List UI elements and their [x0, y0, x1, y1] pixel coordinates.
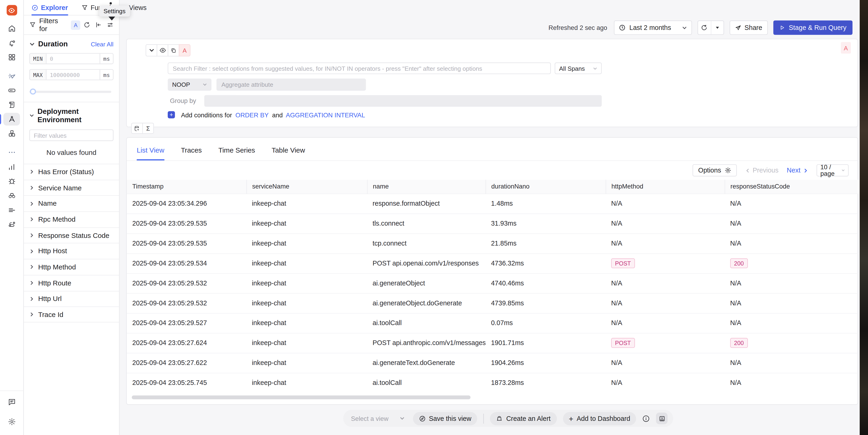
nav-more-icon[interactable] — [3, 146, 20, 159]
cell-timestamp[interactable]: 2025-09-04 23:05:34.296 — [127, 194, 246, 213]
collapse-panel-icon[interactable] — [95, 22, 102, 28]
col-service-name[interactable]: serviceName — [246, 180, 367, 194]
clear-all-link[interactable]: Clear All — [91, 41, 114, 47]
filter-attribute-item[interactable]: Name — [24, 196, 119, 211]
add-condition-button[interactable]: + — [168, 111, 175, 118]
cell-name[interactable]: response.formatObject — [367, 194, 485, 213]
next-page-button[interactable]: Next — [787, 166, 808, 174]
view-tab[interactable]: Table View — [272, 146, 305, 161]
cell-service[interactable]: inkeep-chat — [246, 313, 367, 333]
filter-attribute-item[interactable]: Http Method — [24, 259, 119, 275]
filter-attribute-item[interactable]: Http Url — [24, 291, 119, 306]
filter-attribute-item[interactable]: Trace Id — [24, 306, 119, 322]
view-tab[interactable]: List View — [137, 146, 164, 161]
view-tab[interactable]: Time Series — [218, 146, 255, 161]
table-row[interactable]: 2025-09-04 23:05:27.622 inkeep-chat ai.g… — [127, 353, 859, 373]
info-icon[interactable] — [643, 414, 650, 422]
add-to-dashboard-button[interactable]: + Add to Dashboard — [563, 412, 637, 425]
col-response-status[interactable]: responseStatusCode — [724, 180, 859, 194]
filter-attribute-item[interactable]: Response Status Code — [24, 227, 119, 243]
cell-duration[interactable]: 4739.85ms — [486, 293, 606, 313]
cell-timestamp[interactable]: 2025-09-04 23:05:29.532 — [127, 273, 246, 293]
aggregation-interval-link[interactable]: AGGREGATION INTERVAL — [286, 111, 365, 118]
table-row[interactable]: 2025-09-04 23:05:29.535 inkeep-chat tls.… — [127, 213, 859, 234]
order-by-link[interactable]: ORDER BY — [235, 111, 269, 118]
cell-duration[interactable]: 1901.71ms — [486, 333, 606, 353]
cell-service[interactable]: inkeep-chat — [246, 273, 367, 293]
cell-duration[interactable]: 0.07ms — [486, 313, 606, 333]
cell-timestamp[interactable]: 2025-09-04 23:05:29.534 — [127, 253, 246, 273]
cell-name[interactable]: ai.generateObject.doGenerate — [367, 293, 485, 313]
cell-service[interactable]: inkeep-chat — [246, 293, 367, 313]
nav-services-icon[interactable] — [3, 84, 20, 97]
query-builder-button[interactable] — [131, 123, 143, 134]
group-by-input[interactable] — [204, 95, 602, 107]
signoz-logo-icon[interactable] — [6, 5, 17, 15]
cell-timestamp[interactable]: 2025-09-04 23:05:29.535 — [127, 234, 246, 254]
aggregate-operator-select[interactable]: NOOP — [168, 78, 211, 91]
cell-name[interactable]: POST api.openai.com/v1/responses — [367, 253, 485, 273]
aggregate-attribute-input[interactable]: Aggregate attribute — [217, 78, 366, 91]
shortcut-panel-button[interactable] — [656, 412, 668, 424]
tab-explorer[interactable]: Explorer — [32, 0, 68, 15]
filter-attribute-item[interactable]: Rpc Method — [24, 211, 119, 227]
cell-duration[interactable]: 4736.32ms — [486, 253, 606, 273]
tab-views[interactable]: Views — [129, 0, 147, 15]
nav-logs-icon[interactable] — [3, 99, 20, 111]
nav-settings-icon[interactable] — [3, 415, 20, 428]
nav-home-icon[interactable] — [3, 22, 20, 35]
cell-status[interactable]: N/A — [724, 353, 859, 373]
duration-max-input[interactable]: 100000000 — [46, 70, 99, 80]
cell-name[interactable]: ai.toolCall — [367, 373, 485, 393]
table-row[interactable]: 2025-09-04 23:05:27.624 inkeep-chat POST… — [127, 333, 859, 353]
table-row[interactable]: 2025-09-04 23:05:29.534 inkeep-chat POST… — [127, 253, 859, 273]
filter-attribute-item[interactable]: Http Host — [24, 243, 119, 259]
table-row[interactable]: 2025-09-04 23:05:29.535 inkeep-chat tcp.… — [127, 234, 859, 254]
query-a-badge-right[interactable]: A — [841, 42, 851, 54]
cell-timestamp[interactable]: 2025-09-04 23:05:29.535 — [127, 213, 246, 234]
sync-icon[interactable] — [84, 22, 90, 28]
cell-name[interactable]: tcp.connect — [367, 234, 485, 254]
nav-exceptions-icon[interactable] — [3, 175, 20, 188]
cell-http-method[interactable]: N/A — [606, 194, 724, 213]
nav-alerts-icon[interactable] — [3, 36, 20, 49]
filter-attribute-item[interactable]: Service Name — [24, 179, 119, 195]
stage-run-query-button[interactable]: Stage & Run Query — [773, 21, 852, 35]
cell-name[interactable]: ai.toolCall — [367, 313, 485, 333]
nav-chat-icon[interactable] — [3, 395, 20, 408]
previous-page-button[interactable]: Previous — [745, 166, 779, 174]
cell-http-method[interactable]: POST — [606, 253, 724, 273]
table-row[interactable]: 2025-09-04 23:05:25.745 inkeep-chat ai.t… — [127, 373, 859, 393]
cell-status[interactable]: N/A — [724, 194, 859, 213]
cell-service[interactable]: inkeep-chat — [246, 373, 367, 393]
cell-http-method[interactable]: N/A — [606, 234, 724, 254]
filter-attribute-item[interactable]: Has Error (Status) — [24, 164, 119, 179]
table-row[interactable]: 2025-09-04 23:05:29.527 inkeep-chat ai.t… — [127, 313, 859, 333]
duration-slider[interactable] — [29, 88, 114, 95]
cell-service[interactable]: inkeep-chat — [246, 194, 367, 213]
col-duration[interactable]: durationNano — [486, 180, 606, 194]
formula-button[interactable]: Σ — [142, 123, 154, 134]
cell-http-method[interactable]: N/A — [606, 273, 724, 293]
cell-status[interactable]: 200 — [724, 333, 859, 353]
cell-http-method[interactable]: N/A — [606, 373, 724, 393]
nav-pipelines-icon[interactable] — [3, 218, 20, 231]
cell-duration[interactable]: 21.85ms — [486, 234, 606, 254]
cell-status[interactable]: N/A — [724, 293, 859, 313]
duration-min-input[interactable]: 0 — [46, 54, 99, 64]
share-button[interactable]: Share — [730, 21, 768, 35]
cell-status[interactable]: N/A — [724, 313, 859, 333]
cell-timestamp[interactable]: 2025-09-04 23:05:25.745 — [127, 373, 246, 393]
span-scope-select[interactable]: All Spans — [555, 63, 602, 74]
cell-http-method[interactable]: N/A — [606, 353, 724, 373]
cell-service[interactable]: inkeep-chat — [246, 234, 367, 254]
table-row[interactable]: 2025-09-04 23:05:29.532 inkeep-chat ai.g… — [127, 293, 859, 313]
nav-metrics-icon[interactable] — [3, 161, 20, 173]
chevron-down-icon[interactable] — [29, 41, 35, 47]
cell-service[interactable]: inkeep-chat — [246, 353, 367, 373]
query-a-chip[interactable]: A — [71, 20, 80, 30]
nav-billing-icon[interactable] — [3, 204, 20, 216]
cell-service[interactable]: inkeep-chat — [246, 213, 367, 234]
copy-query-button[interactable] — [168, 44, 179, 56]
refresh-menu-button[interactable] — [711, 21, 723, 34]
